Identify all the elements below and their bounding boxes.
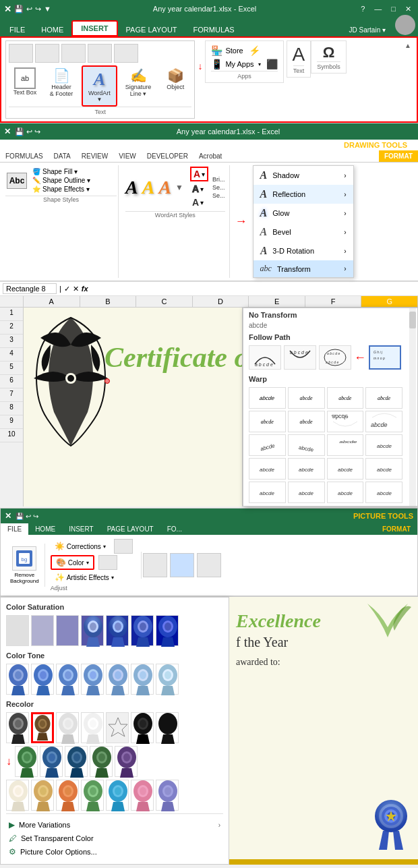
recolor-3[interactable]	[81, 712, 104, 743]
object-btn[interactable]: 📦 Object	[159, 65, 191, 92]
warp-4[interactable]: abcde	[365, 387, 402, 409]
close-btn[interactable]: ✕	[402, 5, 414, 13]
shape-fill-btn[interactable]: 🪣Shape Fill▾	[32, 168, 90, 175]
formula-check[interactable]: ✓	[64, 285, 70, 293]
tab-home[interactable]: HOME	[33, 23, 71, 36]
warp-19[interactable]: abcde	[327, 482, 364, 503]
tab-insert[interactable]: INSERT	[71, 20, 117, 36]
color-preview[interactable]	[98, 555, 117, 570]
sat-swatch-0[interactable]	[6, 615, 29, 646]
recolor-4[interactable]	[106, 712, 129, 743]
shape-effects-btn[interactable]: ⭐Shape Effects▾	[32, 185, 90, 193]
undo-icon[interactable]: ↩	[26, 5, 32, 13]
tab-page-layout[interactable]: PAGE LAYOUT	[118, 23, 185, 36]
img-format-tab[interactable]: FORMAT	[376, 523, 417, 535]
text-fill-btn[interactable]: A ▾	[190, 167, 208, 181]
warp-9[interactable]: abcde	[249, 434, 286, 456]
sat-swatch-6[interactable]	[156, 615, 179, 646]
warp-16[interactable]: abcde	[365, 458, 402, 480]
pic-tool-2[interactable]	[170, 553, 194, 577]
tab-jd-sartain[interactable]: JD Sartain ▾	[341, 24, 394, 36]
minimize-btn[interactable]: —	[371, 5, 384, 13]
recolor-8[interactable]	[40, 746, 63, 777]
recolor-14[interactable]	[56, 780, 79, 811]
tone-swatch-5[interactable]	[131, 664, 154, 695]
sat-swatch-5[interactable]	[131, 615, 154, 646]
tone-swatch-3[interactable]	[81, 664, 104, 695]
tab-formulas[interactable]: FORMULAS	[185, 23, 243, 36]
save-icon[interactable]: 💾	[14, 5, 24, 13]
rotation3d-item[interactable]: A 3-D Rotation ›	[253, 241, 353, 260]
ribbon-expand-btn[interactable]: ▲	[403, 40, 413, 51]
warp-6[interactable]: abcde	[288, 411, 325, 432]
my-apps-btn[interactable]: 📱 My Apps ▾ ⬛	[211, 57, 277, 71]
recolor-11[interactable]	[115, 746, 138, 777]
artistic-effects-btn[interactable]: ✨ Artistic Effects ▾	[51, 571, 118, 583]
more-variations-item[interactable]: ▶ More Variations ›	[6, 818, 223, 832]
maximize-btn[interactable]: □	[388, 5, 398, 13]
warp-10[interactable]: abcde	[288, 434, 325, 456]
recolor-0[interactable]	[6, 712, 29, 743]
follow-path-2[interactable]: a b c d e	[284, 345, 316, 370]
tab-file[interactable]: FILE	[1, 23, 33, 36]
shape-preset-abc[interactable]: Abc	[7, 173, 27, 189]
tone-swatch-6[interactable]	[156, 664, 179, 695]
shape-outline-btn[interactable]: ✏️Shape Outline▾	[32, 177, 90, 184]
correction-preview[interactable]	[114, 539, 133, 554]
pic-tool-1[interactable]	[143, 553, 167, 577]
set-transparent-color-item[interactable]: 🖊 Set Transparent Color	[6, 832, 223, 845]
recolor-17[interactable]	[131, 780, 154, 811]
tone-swatch-1[interactable]	[31, 664, 54, 695]
tab2-format[interactable]: FORMAT	[379, 150, 418, 162]
warp-8[interactable]: abcde	[365, 411, 402, 432]
text-outline-btn[interactable]: A ▾	[190, 183, 208, 195]
warp-5[interactable]: abcde	[249, 411, 286, 432]
warp-3[interactable]: abcde	[327, 387, 364, 409]
col-g[interactable]: G	[361, 296, 418, 307]
bevel-item[interactable]: A Bevel ›	[253, 223, 353, 241]
tab2-developer[interactable]: DEVELOPER	[142, 150, 193, 162]
img-tab-page-layout[interactable]: PAGE LAYOUT	[100, 523, 160, 535]
tab2-review[interactable]: REVIEW	[76, 150, 113, 162]
scrollbar-thumb[interactable]	[409, 312, 416, 328]
customize-icon[interactable]: ▼	[44, 5, 51, 13]
img-tab-file[interactable]: FILE	[1, 523, 28, 535]
warp-2[interactable]: abcde	[288, 387, 325, 409]
help-btn[interactable]: ?	[358, 5, 367, 13]
remove-background-btn[interactable]: bg RemoveBackground	[5, 544, 45, 587]
warp-20[interactable]: abcde	[365, 482, 402, 503]
signature-line-btn[interactable]: ✍ SignatureLine ▾	[121, 65, 156, 99]
second-undo-icon[interactable]: ↩	[26, 127, 32, 136]
col-b[interactable]: B	[80, 296, 137, 307]
col-c[interactable]: C	[136, 296, 193, 307]
warp-17[interactable]: abcde	[249, 482, 286, 503]
recolor-5[interactable]	[131, 712, 154, 743]
color-btn[interactable]: 🎨 Color ▾	[51, 555, 94, 570]
header-footer-btn[interactable]: 📄 Header& Footer	[45, 65, 78, 99]
follow-path-selected[interactable]: G h i j m n o p	[369, 345, 401, 370]
corrections-btn[interactable]: ☀️ Corrections ▾	[51, 539, 110, 554]
pic-tool-3[interactable]	[197, 553, 221, 577]
recolor-2[interactable]	[56, 712, 79, 743]
warp-13[interactable]: abcde	[249, 458, 286, 480]
recolor-9[interactable]	[65, 746, 88, 777]
recolor-1-selected[interactable]	[31, 712, 54, 743]
wa-style-gold[interactable]: A	[142, 177, 155, 198]
warp-12[interactable]: abcde	[365, 434, 402, 456]
col-e[interactable]: E	[249, 296, 305, 307]
shadow-item[interactable]: A Shadow ›	[253, 166, 353, 185]
img-tab-insert[interactable]: INSERT	[62, 523, 100, 535]
wa-style-black[interactable]: A	[125, 177, 138, 198]
tone-swatch-2[interactable]	[56, 664, 79, 695]
follow-path-3[interactable]: a b c d e a b c d e	[319, 345, 351, 370]
second-save-icon[interactable]: 💾	[15, 127, 24, 136]
transform-item[interactable]: abc Transform ›	[253, 260, 353, 277]
recolor-6[interactable]	[156, 712, 179, 743]
recolor-7[interactable]	[15, 746, 38, 777]
name-box-input[interactable]	[3, 283, 57, 294]
selection-handle[interactable]	[104, 378, 110, 384]
sat-swatch-4[interactable]	[106, 615, 129, 646]
tone-swatch-0[interactable]	[6, 664, 29, 695]
picture-color-options-item[interactable]: ⚙ Picture Color Options...	[6, 845, 223, 859]
tab2-data[interactable]: DATA	[49, 150, 76, 162]
